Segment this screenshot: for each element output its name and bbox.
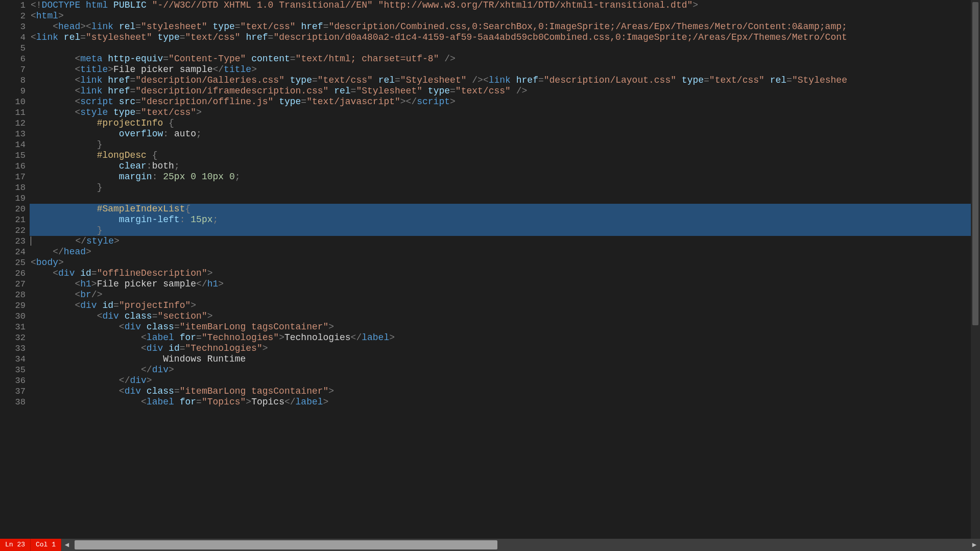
code-line[interactable] [30,193,980,204]
line-number: 35 [0,365,26,375]
code-line[interactable]: <link rel="stylesheet" type="text/css" h… [30,32,980,43]
code-line[interactable]: </head> [30,247,980,257]
line-number: 23 [0,236,26,247]
line-number: 38 [0,397,26,408]
scroll-left-icon[interactable]: ◀ [61,539,73,551]
line-number: 6 [0,54,26,64]
code-line[interactable]: <div class="itemBarLong tagsContainer"> [30,386,980,397]
line-number: 1 [0,0,26,11]
line-number: 31 [0,322,26,332]
horizontal-scrollbar[interactable]: ◀ ▶ [61,539,980,551]
code-line[interactable]: <body> [30,257,980,268]
line-number: 13 [0,129,26,139]
line-number: 12 [0,118,26,129]
code-line[interactable]: clear:both; [30,161,980,172]
code-line[interactable]: Windows Runtime [30,354,980,365]
line-number: 3 [0,21,26,32]
code-line[interactable]: <!DOCTYPE html PUBLIC "-//W3C//DTD XHTML… [30,0,980,11]
code-line[interactable] [30,43,980,54]
code-line[interactable]: <title>File picker sample</title> [30,64,980,75]
code-line[interactable]: </div> [30,375,980,386]
code-line[interactable]: <script src="description/offline.js" typ… [30,97,980,107]
status-col: Col 1 [31,539,61,551]
code-line[interactable]: <head><link rel="stylesheet" type="text/… [30,21,980,32]
line-number: 27 [0,279,26,290]
line-number: 5 [0,43,26,54]
line-number: 18 [0,182,26,193]
vertical-scrollbar-thumb[interactable] [972,2,978,325]
line-number: 37 [0,386,26,397]
code-line[interactable]: <br/> [30,290,980,300]
vertical-scrollbar[interactable] [971,0,980,539]
line-number: 25 [0,257,26,268]
line-number: 16 [0,161,26,172]
code-line[interactable]: <h1>File picker sample</h1> [30,279,980,290]
line-number: 24 [0,247,26,257]
code-line[interactable]: #longDesc { [30,150,980,161]
horizontal-scrollbar-thumb[interactable] [75,540,497,549]
code-line[interactable]: <div id="Technologies"> [30,343,980,354]
line-number: 26 [0,268,26,279]
code-line[interactable]: margin: 25px 0 10px 0; [30,172,980,182]
code-line[interactable]: <div id="offlineDescription"> [30,268,980,279]
code-line[interactable]: <html> [30,11,980,21]
line-number: 11 [0,107,26,118]
line-number: 36 [0,375,26,386]
code-line[interactable]: </div> [30,365,980,375]
line-number: 19 [0,193,26,204]
scroll-right-icon[interactable]: ▶ [969,539,980,551]
line-number: 10 [0,97,26,107]
code-line[interactable]: <meta http-equiv="Content-Type" content=… [30,54,980,64]
code-line[interactable]: margin-left: 15px; [30,214,980,225]
line-number: 15 [0,150,26,161]
code-line[interactable]: } [30,225,980,236]
line-number: 9 [0,86,26,97]
code-line[interactable]: overflow: auto; [30,129,980,139]
line-number: 7 [0,64,26,75]
line-number: 34 [0,354,26,365]
code-area[interactable]: <!DOCTYPE html PUBLIC "-//W3C//DTD XHTML… [30,0,980,539]
code-line[interactable]: <style type="text/css"> [30,107,980,118]
line-number: 21 [0,214,26,225]
line-number: 4 [0,32,26,43]
code-line[interactable]: <link href="description/Galleries.css" t… [30,75,980,86]
code-line[interactable]: #SampleIndexList{ [30,204,980,214]
code-line[interactable]: #projectInfo { [30,118,980,129]
line-number: 29 [0,300,26,311]
line-number: 30 [0,311,26,322]
code-editor[interactable]: 1234567891011121314151617181920212223242… [0,0,980,539]
code-line[interactable]: } [30,139,980,150]
code-line[interactable]: } [30,182,980,193]
line-number: 20 [0,204,26,214]
status-line: Ln 23 [0,539,31,551]
code-line[interactable]: <div class="section"> [30,311,980,322]
line-number: 32 [0,332,26,343]
line-number: 22 [0,225,26,236]
code-line[interactable]: <link href="description/iframedescriptio… [30,86,980,97]
code-line[interactable]: <label for="Topics">Topics</label> [30,397,980,408]
line-number: 33 [0,343,26,354]
code-line[interactable]: <div id="projectInfo"> [30,300,980,311]
code-line[interactable]: </style> [30,236,980,247]
status-bar: Ln 23 Col 1 ◀ ▶ [0,539,980,551]
line-number-gutter: 1234567891011121314151617181920212223242… [0,0,30,539]
code-line[interactable]: <label for="Technologies">Technologies</… [30,332,980,343]
line-number: 17 [0,172,26,182]
line-number: 8 [0,75,26,86]
line-number: 14 [0,139,26,150]
line-number: 28 [0,290,26,300]
line-number: 2 [0,11,26,21]
code-line[interactable]: <div class="itemBarLong tagsContainer"> [30,322,980,332]
